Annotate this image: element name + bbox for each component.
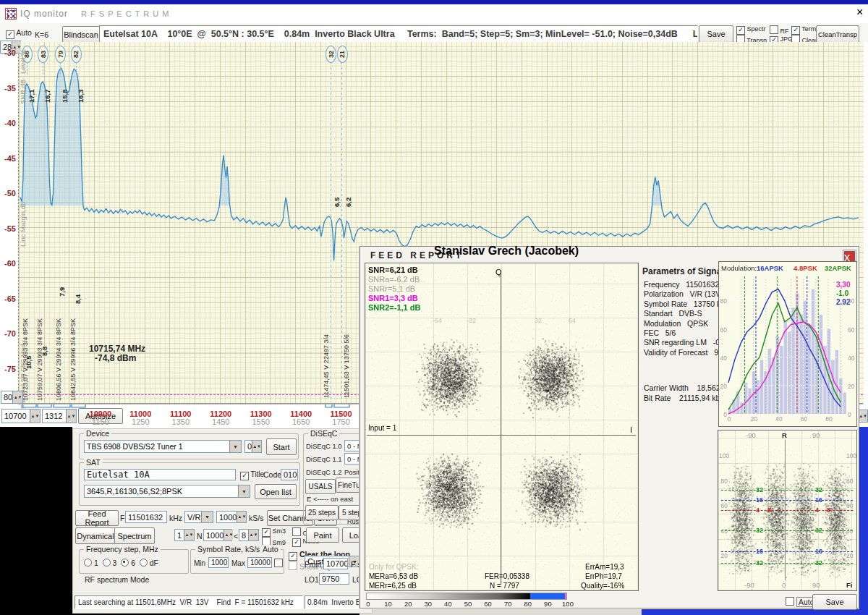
lnb-status-text: 0.84m Inverto Black U (305, 598, 361, 607)
usals-button[interactable]: USALS (305, 479, 336, 494)
section-title: R F S P E C T R U M (81, 9, 169, 19)
histogram-y-tick: 60 (719, 326, 727, 334)
frequency-field[interactable]: 11501632 (125, 511, 167, 523)
close-icon[interactable]: × (856, 6, 863, 19)
histogram-x-tick: 60 (800, 415, 809, 423)
peak-leader (76, 62, 77, 75)
spectrum-button[interactable]: Spectrum (114, 527, 155, 544)
blindscan-button[interactable]: Blindscan (62, 26, 100, 43)
diseqc10-label: DiSEqC 1.0 (306, 442, 342, 450)
cleantransp-button[interactable]: CleanTransp (816, 25, 859, 43)
y-tick-label: -55 (1, 224, 16, 233)
symbol-rate-group: Symbol Rate, kS/s Auto Min 1000 Max 1000… (190, 549, 284, 574)
span-bracket (326, 404, 332, 407)
mode-label: RF spectrum Mode (85, 575, 149, 584)
constellation-grid-label: 64 (569, 317, 576, 324)
constellation-panel: Q I Input = 1 -64-323264 SNR=6,21 dBSNRa… (365, 263, 639, 591)
f-label: F (120, 514, 124, 522)
status-info-text: Eutelsat 10A 10°0E @ 50.5°N : 30.5°E 0.8… (100, 29, 698, 39)
y-tick-label: -60 (1, 259, 16, 268)
histogram-x-tick: 80 (825, 415, 833, 423)
lo1-field[interactable]: 9750 (319, 573, 349, 585)
freq-step-radios[interactable]: 1 3 6 dF (84, 559, 158, 567)
control-panel: Device TBS 6908 DVBS/S2 Tuner 1▼ 0▲▼ Sta… (72, 428, 373, 614)
phase-top-tick: 90 (812, 431, 820, 439)
start-button[interactable]: Start (266, 438, 297, 455)
histogram-y-tick-right: 60 (848, 326, 854, 334)
n3-spinner[interactable]: 8▲▼ (239, 529, 259, 541)
min-field[interactable]: 1000 (208, 557, 229, 568)
x-tick-if: 1750 (332, 417, 349, 426)
min-label: Min (194, 559, 205, 567)
right-blue-strip (859, 427, 868, 615)
auto-checkbox[interactable]: ✓ Auto (6, 29, 32, 39)
save-spectrum-button[interactable]: Save (699, 25, 733, 43)
y-tick-label: -30 (1, 48, 16, 57)
y-tick-label: -50 (1, 189, 16, 198)
i-axis-label: I (630, 425, 632, 434)
histogram-side-value: -1.0 (836, 289, 848, 297)
phase-ring-label2: 8 (827, 506, 830, 514)
phase-ring-label: 32 (815, 559, 822, 567)
points-spinner[interactable]: 1312▲▼ (42, 409, 77, 423)
app-icon (5, 8, 17, 20)
histogram-y-tick: 80 (719, 297, 727, 305)
x-tick-if: 1250 (132, 417, 149, 426)
y-tick-label: -45 (1, 154, 16, 163)
max-field[interactable]: 10000 (247, 557, 272, 568)
title-checkbox[interactable]: ✓ Title (240, 470, 264, 480)
open-list-button[interactable]: Open list (255, 484, 297, 499)
phase-ring-label2: 8 (767, 506, 771, 514)
feed-report-button[interactable]: Feed Report (75, 510, 119, 526)
histogram-header: Modulation: (721, 264, 757, 272)
dynamical-button[interactable]: Dynamical (75, 527, 116, 544)
feed-close-button[interactable]: x (843, 250, 856, 262)
sm-checkboxes[interactable]: ✓ Sm3 Sm9 (262, 527, 286, 547)
quality-value: Quality=-16% (581, 582, 624, 590)
fmin-spinner[interactable]: 10700▲▼ (1, 409, 41, 423)
peak-level-value: 82 (72, 51, 80, 58)
phase-ring-label: 4 (815, 506, 819, 514)
n2-spinner[interactable]: 1000▲▼ (203, 529, 232, 541)
marker-snr-label: 6,2 (344, 184, 352, 207)
peak-level-badge: 82 (71, 46, 82, 63)
peak-margin-label: 7,9 (58, 272, 66, 297)
device-index-spinner[interactable]: 0▲▼ (244, 440, 262, 453)
marker-level-value: 21 (339, 51, 346, 58)
phase-ring-line (721, 490, 853, 491)
toolbar: ✓ Auto K=6 Blindscan Eutelsat 10A 10°0E … (0, 23, 868, 42)
app-title: IQ monitor (20, 9, 68, 20)
marker-level-value: 32 (328, 51, 335, 58)
code-field[interactable]: 0100 (281, 469, 298, 480)
device-group: Device TBS 6908 DVBS/S2 Tuner 1▼ 0▲▼ Sta… (79, 433, 299, 459)
scale-label: 70 (502, 600, 514, 608)
sat-name-field[interactable]: Eutelsat 10A (84, 469, 236, 480)
paint-button[interactable]: Paint (306, 527, 339, 543)
cursor-tooltip-level: -74,8 dBm (95, 354, 136, 364)
steps25-button[interactable]: 25 steps (305, 505, 339, 520)
device-select[interactable]: TBS 6908 DVBS/S2 Tuner 1▼ (84, 440, 242, 453)
histogram-y-tick: 20 (719, 383, 727, 390)
phase-y-tick: 60 (719, 502, 728, 509)
phase-bottom-tick: 0 (782, 581, 786, 589)
diseqc12-label: DiSEqC 1.2 (306, 468, 342, 476)
feed-report-author: Stanislav Grech (Jacobek) (434, 245, 579, 258)
params-title: Parametrs of Signal : (642, 267, 729, 277)
phase-ring-label: 32 (756, 527, 763, 534)
n1-spinner[interactable]: 1▲▼ (174, 529, 195, 541)
n-label: N (197, 532, 203, 540)
peak-level-value: 83 (40, 51, 47, 58)
x-tick-if: 1550 (252, 417, 269, 426)
symbolrate-spinner[interactable]: 1000▲▼ (216, 511, 247, 523)
bottom-scale-spinner[interactable]: 80▲▼ (1, 391, 23, 404)
fmin-field[interactable]: 10700 (323, 558, 348, 569)
constellation-v-axis (501, 271, 501, 584)
transponder-select[interactable]: 3645,R,16130,56,S2;8PSK▼ (84, 485, 250, 498)
feed-save-button[interactable]: Save (812, 594, 857, 610)
peak-freq-label: 10806,56 V 29994 3/4 8PSK (55, 334, 62, 401)
auto-sr-checkbox[interactable] (274, 559, 283, 567)
polarization-select[interactable]: V/R▼ (184, 511, 213, 523)
lt-label: < (234, 532, 238, 540)
marker-freq-label: 11501,63 V 13750 5/6 (343, 334, 350, 398)
histogram-y-tick-right: 80 (848, 297, 854, 305)
